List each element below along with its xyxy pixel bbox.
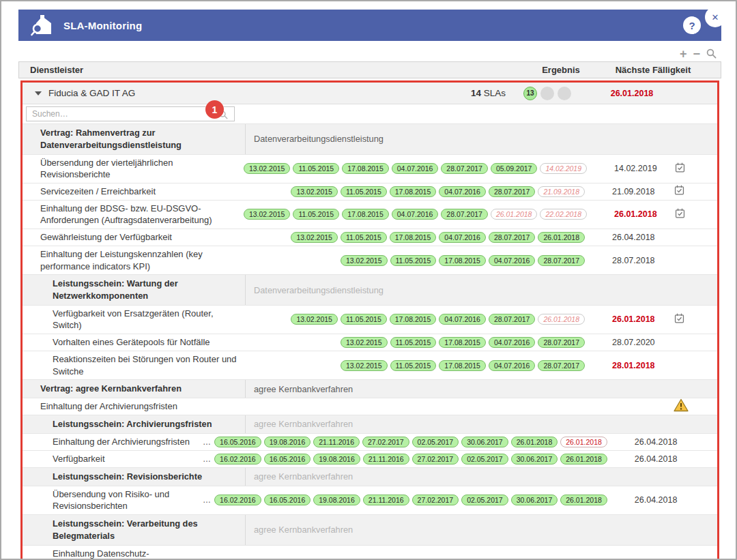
zoom-out-button[interactable]: − — [693, 49, 700, 59]
sla-row[interactable]: Übersendung von Risiko- und Revisionsber… — [23, 486, 717, 515]
date-pill-ok[interactable]: 13.02.2015 — [341, 337, 388, 348]
date-pill-planned[interactable]: 26.01.2018 — [491, 209, 538, 220]
contract-service-name: Datenverarbeitungsdienstleistung — [245, 275, 717, 305]
date-pill-ok[interactable]: 11.05.2015 — [341, 186, 387, 197]
date-pill-planned[interactable]: 22.02.2018 — [540, 209, 587, 220]
status-circle-green: 13 — [523, 87, 537, 100]
date-pill-ok[interactable]: 13.02.2015 — [341, 255, 388, 266]
sla-row[interactable]: Vorhalten eines Gerätepools für Notfälle… — [23, 334, 717, 351]
date-pill-ok[interactable]: 17.08.2015 — [390, 314, 437, 325]
date-pill-overdue[interactable]: 26.01.2018 — [560, 437, 607, 447]
sla-row[interactable]: Einhaltung der BDSG- bzw. EU-DSGVO-Anfor… — [23, 201, 717, 229]
date-pill-ok[interactable]: 11.05.2015 — [341, 314, 387, 325]
date-pill-ok[interactable]: 11.05.2015 — [293, 163, 339, 174]
date-pill-ok[interactable]: 04.07.2016 — [439, 186, 486, 197]
date-pill-planned[interactable]: 26.01.2018 — [538, 314, 585, 325]
date-pill-ok[interactable]: 28.07.2017 — [441, 209, 488, 220]
magnifier-icon[interactable] — [706, 48, 717, 59]
search-input[interactable] — [26, 106, 235, 121]
contract-service-name: agree Kernbankverfahren — [245, 468, 717, 486]
date-pill-ok[interactable]: 04.07.2016 — [439, 232, 486, 243]
calendar-check-icon[interactable] — [674, 312, 685, 327]
date-pill-ok[interactable]: 26.01.2018 — [560, 495, 607, 505]
date-pill-ok[interactable]: 13.02.2015 — [244, 163, 291, 174]
date-pill-ok[interactable]: 16.05.2016 — [264, 454, 311, 465]
date-pill-ok[interactable]: 11.05.2015 — [341, 232, 387, 243]
date-pill-ok[interactable]: 17.08.2015 — [439, 360, 486, 371]
date-pill-ok[interactable]: 21.11.2016 — [363, 495, 409, 505]
date-pill-ok[interactable]: 13.02.2015 — [244, 209, 291, 220]
date-pill-ok[interactable]: 16.05.2016 — [264, 495, 311, 505]
date-pill-ok[interactable]: 26.01.2018 — [511, 437, 558, 447]
date-pill-ok[interactable]: 17.08.2015 — [390, 232, 437, 243]
date-pill-ok[interactable]: 30.06.2017 — [461, 437, 508, 447]
date-pill-ok[interactable]: 04.07.2016 — [392, 163, 439, 174]
date-pill-ok[interactable]: 21.11.2016 — [313, 437, 360, 447]
sla-row[interactable]: Übersendung der vierteljährlichen Revisi… — [23, 155, 717, 183]
date-pill-ok[interactable]: 05.09.2017 — [491, 163, 538, 174]
date-pill-ok[interactable]: 28.07.2017 — [489, 232, 536, 243]
date-pill-ok[interactable]: 16.05.2016 — [214, 437, 261, 447]
date-pill-ok[interactable]: 27.02.2017 — [412, 495, 459, 505]
date-pill-ok[interactable]: 28.07.2017 — [538, 360, 585, 371]
calendar-check-icon[interactable] — [674, 184, 685, 198]
date-pill-ok[interactable]: 26.01.2018 — [560, 454, 607, 465]
date-pill-ok[interactable]: 27.02.2017 — [362, 437, 409, 447]
date-pill-ok[interactable]: 30.06.2017 — [511, 495, 558, 505]
sla-row[interactable]: Gewährleistung der Verfügbarkeit13.02.20… — [23, 229, 717, 246]
date-pill-ok[interactable]: 11.05.2015 — [390, 360, 437, 371]
sla-row[interactable]: Einhaltung der Archivierungsfristen…16.0… — [23, 434, 717, 451]
date-pill-ok[interactable]: 02.05.2017 — [461, 495, 508, 505]
sla-row[interactable]: Servicezeiten / Erreichbarkeit13.02.2015… — [23, 183, 717, 201]
date-pill-ok[interactable]: 13.02.2015 — [341, 360, 388, 371]
date-pill-ok[interactable]: 13.02.2015 — [291, 186, 338, 197]
date-pill-ok[interactable]: 17.08.2015 — [439, 255, 486, 266]
date-pill-ok[interactable]: 28.07.2017 — [441, 163, 488, 174]
date-pill-ok[interactable]: 04.07.2016 — [392, 209, 439, 220]
date-pill-ok[interactable]: 17.08.2015 — [439, 337, 486, 348]
date-pill-planned[interactable]: 14.02.2019 — [540, 163, 587, 174]
date-pill-ok[interactable]: 16.02.2016 — [214, 495, 261, 505]
zoom-in-button[interactable]: + — [680, 49, 687, 59]
date-pill-ok[interactable]: 19.08.2016 — [313, 454, 360, 465]
date-pill-ok[interactable]: 02.05.2017 — [412, 437, 459, 447]
provider-row-0[interactable]: Fiducia & GAD IT AG14 SLAs1326.01.2018 — [23, 83, 717, 104]
help-button[interactable]: ? — [683, 16, 701, 34]
date-pill-ok[interactable]: 17.08.2015 — [342, 209, 389, 220]
date-pill-ok[interactable]: 17.08.2015 — [390, 186, 437, 197]
date-pill-ok[interactable]: 21.11.2016 — [363, 454, 409, 465]
close-button[interactable]: ✕ — [705, 7, 725, 27]
date-pill-ok[interactable]: 11.05.2015 — [390, 255, 437, 266]
date-pill-ok[interactable]: 11.05.2015 — [293, 209, 339, 220]
date-pill-ok[interactable]: 13.02.2015 — [291, 232, 338, 243]
date-pill-ok[interactable]: 27.02.2017 — [412, 454, 459, 465]
date-pill-ok[interactable]: 16.02.2016 — [214, 454, 261, 465]
calendar-check-icon[interactable] — [674, 207, 686, 222]
next-due-date: 28.07.2020 — [585, 338, 667, 347]
date-pill-ok[interactable]: 28.07.2017 — [489, 314, 536, 325]
date-pill-ok[interactable]: 02.05.2017 — [461, 454, 508, 465]
date-pill-ok[interactable]: 19.08.2016 — [264, 437, 311, 447]
date-pill-ok[interactable]: 28.07.2017 — [538, 255, 585, 266]
sla-row[interactable]: Verfügbarkeit von Ersatzgeräten (Router,… — [23, 306, 717, 334]
date-pill-ok[interactable]: 26.01.2018 — [538, 232, 585, 243]
date-pill-ok[interactable]: 04.07.2016 — [489, 337, 536, 348]
sla-row[interactable]: Einhaltung Datenschutz-Anforderungen bei… — [23, 546, 717, 560]
date-pill-ok[interactable]: 19.08.2016 — [313, 495, 360, 505]
sla-row[interactable]: Einhaltung der Archivierungsfristen — [23, 398, 717, 415]
date-pill-ok[interactable]: 28.07.2017 — [489, 186, 536, 197]
date-pill-ok[interactable]: 11.05.2015 — [390, 337, 437, 348]
date-pill-ok[interactable]: 13.02.2015 — [291, 314, 338, 325]
sla-row[interactable]: Einhaltung der Leistungskennzahlen (key … — [23, 246, 717, 275]
date-pill-ok[interactable]: 30.06.2017 — [511, 454, 558, 465]
date-pill-ok[interactable]: 04.07.2016 — [489, 255, 536, 266]
sla-count: 14 SLAs — [458, 88, 506, 98]
date-pill-ok[interactable]: 17.08.2015 — [342, 163, 389, 174]
date-pill-ok[interactable]: 04.07.2016 — [439, 314, 486, 325]
sla-row[interactable]: Verfügbarkeit…16.02.201616.05.201619.08.… — [23, 451, 717, 468]
date-pill-planned[interactable]: 21.09.2018 — [538, 186, 585, 197]
date-pill-ok[interactable]: 04.07.2016 — [489, 360, 536, 371]
sla-row[interactable]: Reaktionszeiten bei Störungen von Router… — [23, 351, 717, 380]
date-pill-ok[interactable]: 28.07.2017 — [538, 337, 585, 348]
calendar-check-icon[interactable] — [674, 162, 686, 176]
